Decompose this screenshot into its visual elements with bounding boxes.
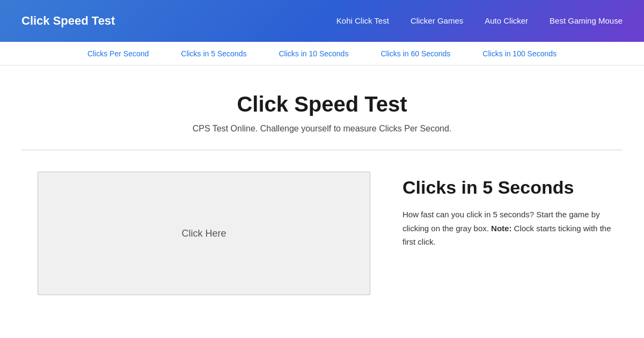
info-panel-description: How fast can you click in 5 seconds? Sta… <box>402 208 612 249</box>
nav-item-auto-clicker: Auto Clicker <box>485 16 528 26</box>
nav-link-best-gaming-mouse[interactable]: Best Gaming Mouse <box>550 16 623 25</box>
subnav-clicks-60s[interactable]: Clicks in 60 Seconds <box>380 49 450 58</box>
top-nav: Click Speed Test Kohi Click Test Clicker… <box>0 0 644 42</box>
info-panel-title: Clicks in 5 Seconds <box>402 177 612 198</box>
hero-section: Click Speed Test CPS Test Online. Challe… <box>0 65 644 150</box>
hero-subtitle: CPS Test Online. Challenge yourself to m… <box>21 124 623 134</box>
section-divider <box>21 150 623 150</box>
nav-item-clicker-games: Clicker Games <box>411 16 463 26</box>
nav-link-auto-clicker[interactable]: Auto Clicker <box>485 16 528 25</box>
subnav-clicks-per-second[interactable]: Clicks Per Second <box>87 49 149 58</box>
info-panel-note-label: Note: <box>491 224 511 233</box>
subnav-clicks-5s[interactable]: Clicks in 5 Seconds <box>181 49 246 58</box>
main-content: Click Here Clicks in 5 Seconds How fast … <box>0 172 644 295</box>
info-panel: Clicks in 5 Seconds How fast can you cli… <box>402 172 612 249</box>
site-title: Click Speed Test <box>21 14 115 28</box>
nav-links: Kohi Click Test Clicker Games Auto Click… <box>336 16 623 26</box>
sub-nav: Clicks Per Second Clicks in 5 Seconds Cl… <box>0 42 644 65</box>
nav-item-kohi: Kohi Click Test <box>336 16 389 26</box>
click-area-label: Click Here <box>181 228 226 239</box>
subnav-clicks-10s[interactable]: Clicks in 10 Seconds <box>279 49 348 58</box>
hero-title: Click Speed Test <box>21 92 623 116</box>
click-area[interactable]: Click Here <box>38 172 370 295</box>
subnav-clicks-100s[interactable]: Clicks in 100 Seconds <box>482 49 557 58</box>
nav-item-best-gaming-mouse: Best Gaming Mouse <box>550 16 623 26</box>
nav-link-clicker-games[interactable]: Clicker Games <box>411 16 463 25</box>
nav-link-kohi[interactable]: Kohi Click Test <box>336 16 389 25</box>
